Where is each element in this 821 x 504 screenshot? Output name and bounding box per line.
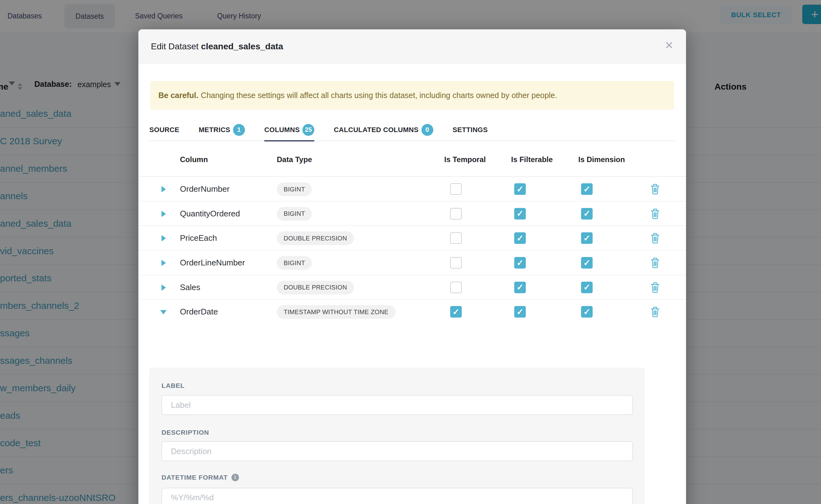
header-column: Column xyxy=(180,155,208,164)
header-data-type: Data Type xyxy=(277,155,312,164)
tab-label: COLUMNS xyxy=(264,126,299,134)
description-input[interactable] xyxy=(161,441,633,461)
delete-column-trash-icon[interactable] xyxy=(650,233,660,245)
datetime-format-input[interactable] xyxy=(161,488,633,504)
checked-checkbox-dimension[interactable]: ✓ xyxy=(581,306,593,318)
tab-source[interactable]: SOURCE xyxy=(149,119,179,141)
modal-header: Edit Dataset cleaned_sales_data ✕ xyxy=(138,29,686,64)
unchecked-checkbox-temporal[interactable] xyxy=(450,183,462,195)
unchecked-checkbox-temporal[interactable] xyxy=(450,208,462,220)
tab-label: METRICS xyxy=(199,126,230,134)
columns-table-header: Column Data Type Is Temporal Is Filterab… xyxy=(138,141,686,177)
unchecked-checkbox-temporal[interactable] xyxy=(450,257,462,269)
collapse-caret-icon[interactable] xyxy=(160,310,166,314)
checked-checkbox-dimension[interactable]: ✓ xyxy=(581,232,593,244)
checked-checkbox-filterable[interactable]: ✓ xyxy=(514,306,526,318)
column-name: PriceEach xyxy=(180,233,217,243)
delete-column-trash-icon[interactable] xyxy=(650,306,660,319)
column-row-PriceEach: PriceEachDOUBLE PRECISION✓✓ xyxy=(138,226,686,250)
column-row-QuantityOrdered: QuantityOrderedBIGINT✓✓ xyxy=(138,201,686,226)
tab-metrics[interactable]: METRICS1 xyxy=(199,119,245,141)
delete-column-trash-icon[interactable] xyxy=(650,184,660,196)
header-is-dimension: Is Dimension xyxy=(578,155,625,164)
checked-checkbox-dimension[interactable]: ✓ xyxy=(581,183,593,195)
data-type-pill: BIGINT xyxy=(277,182,312,196)
tab-settings[interactable]: SETTINGS xyxy=(453,119,488,141)
column-name: OrderDate xyxy=(180,307,218,317)
tab-calculated-columns[interactable]: CALCULATED COLUMNS0 xyxy=(334,119,433,141)
data-type-pill: BIGINT xyxy=(277,256,312,270)
info-icon[interactable]: i xyxy=(231,474,239,481)
expand-caret-icon[interactable] xyxy=(161,260,166,266)
tab-count-badge: 1 xyxy=(233,124,245,136)
tab-label: CALCULATED COLUMNS xyxy=(334,126,418,134)
modal-tabs: SOURCEMETRICS1COLUMNS25CALCULATED COLUMN… xyxy=(149,119,675,141)
description-field-label: DESCRIPTION xyxy=(161,429,209,436)
column-detail-panel: LABEL DESCRIPTION DATETIME FORMAT i xyxy=(149,368,645,504)
label-input[interactable] xyxy=(161,395,633,415)
data-type-pill: DOUBLE PRECISION xyxy=(277,281,354,294)
unchecked-checkbox-temporal[interactable] xyxy=(450,282,462,293)
column-name: Sales xyxy=(180,283,200,292)
checked-checkbox-filterable[interactable]: ✓ xyxy=(514,282,526,293)
checked-checkbox-filterable[interactable]: ✓ xyxy=(514,183,526,195)
close-icon[interactable]: ✕ xyxy=(665,40,674,51)
checked-checkbox-dimension[interactable]: ✓ xyxy=(581,282,593,293)
edit-dataset-modal: Edit Dataset cleaned_sales_data ✕ Be car… xyxy=(138,29,686,504)
column-name: OrderLineNumber xyxy=(180,258,245,268)
data-type-pill: DOUBLE PRECISION xyxy=(277,231,354,245)
tab-label: SETTINGS xyxy=(453,126,488,134)
warning-text: Be careful.Changing these settings will … xyxy=(158,91,557,100)
delete-column-trash-icon[interactable] xyxy=(650,282,660,294)
data-type-pill: BIGINT xyxy=(277,207,312,221)
data-type-pill: TIMESTAMP WITHOUT TIME ZONE xyxy=(277,305,395,319)
modal-title: Edit Dataset cleaned_sales_data xyxy=(151,42,283,52)
delete-column-trash-icon[interactable] xyxy=(650,208,660,221)
column-row-OrderLineNumber: OrderLineNumberBIGINT✓✓ xyxy=(138,250,686,275)
delete-column-trash-icon[interactable] xyxy=(650,257,660,270)
tab-count-badge: 25 xyxy=(302,124,314,136)
column-row-OrderDate: OrderDateTIMESTAMP WITHOUT TIME ZONE✓✓✓ xyxy=(138,299,686,324)
expand-caret-icon[interactable] xyxy=(161,186,166,192)
columns-table: Column Data Type Is Temporal Is Filterab… xyxy=(138,141,686,324)
column-name: QuantityOrdered xyxy=(180,209,240,219)
checked-checkbox-filterable[interactable]: ✓ xyxy=(514,232,526,244)
column-name: OrderNumber xyxy=(180,184,230,194)
warning-banner: Be careful.Changing these settings will … xyxy=(150,81,674,110)
checked-checkbox-filterable[interactable]: ✓ xyxy=(514,257,526,269)
tab-count-badge: 0 xyxy=(422,124,433,136)
checked-checkbox-temporal[interactable]: ✓ xyxy=(450,306,462,318)
expand-caret-icon[interactable] xyxy=(161,235,166,241)
checked-checkbox-dimension[interactable]: ✓ xyxy=(581,208,593,220)
unchecked-checkbox-temporal[interactable] xyxy=(450,232,462,244)
column-row-OrderNumber: OrderNumberBIGINT✓✓ xyxy=(138,177,686,201)
tab-label: SOURCE xyxy=(149,126,179,134)
header-is-filterable: Is Filterable xyxy=(511,155,553,164)
expand-caret-icon[interactable] xyxy=(161,211,166,217)
column-row-Sales: SalesDOUBLE PRECISION✓✓ xyxy=(138,275,686,300)
header-is-temporal: Is Temporal xyxy=(444,155,486,164)
tab-columns[interactable]: COLUMNS25 xyxy=(264,119,314,141)
label-field-label: LABEL xyxy=(161,382,185,389)
checked-checkbox-filterable[interactable]: ✓ xyxy=(514,208,526,220)
checked-checkbox-dimension[interactable]: ✓ xyxy=(581,257,593,269)
datetime-format-field-label: DATETIME FORMAT i xyxy=(161,474,239,481)
expand-caret-icon[interactable] xyxy=(161,284,166,291)
dataset-name: cleaned_sales_data xyxy=(201,42,283,51)
